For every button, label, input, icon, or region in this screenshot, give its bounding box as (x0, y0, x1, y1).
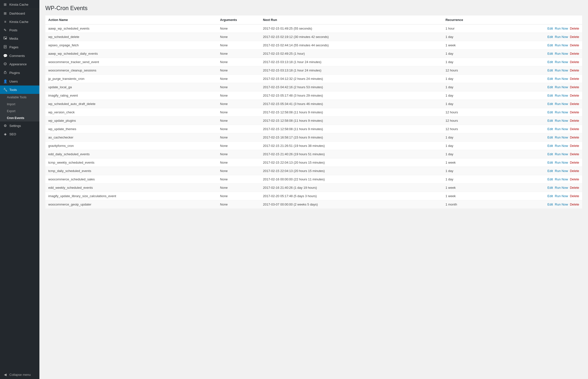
cell-recurrence: 1 hour (442, 24, 507, 33)
delete-link[interactable]: Delete (570, 52, 579, 55)
edit-link[interactable]: Edit (547, 60, 553, 64)
th-next-run: Next Run (260, 16, 443, 24)
delete-link[interactable]: Delete (570, 194, 579, 198)
sidebar-item-dashboard[interactable]: ⊞ Dashboard (0, 9, 39, 17)
cell-recurrence: 12 hours (442, 108, 507, 117)
delete-link[interactable]: Delete (570, 152, 579, 156)
edit-link[interactable]: Edit (547, 27, 553, 30)
delete-link[interactable]: Delete (570, 77, 579, 81)
delete-link[interactable]: Delete (570, 186, 579, 190)
delete-link[interactable]: Delete (570, 169, 579, 173)
cell-recurrence: 1 week (442, 41, 507, 50)
delete-link[interactable]: Delete (570, 203, 579, 206)
run-now-link[interactable]: Run Now (555, 127, 568, 131)
run-now-link[interactable]: Run Now (555, 161, 568, 164)
edit-link[interactable]: Edit (547, 119, 553, 122)
cell-recurrence: 1 month (442, 200, 507, 209)
edit-link[interactable]: Edit (547, 110, 553, 114)
sidebar-item-plugins[interactable]: Plugins (0, 69, 39, 77)
run-now-link[interactable]: Run Now (555, 77, 568, 81)
submenu-item-cron-events[interactable]: Cron Events (0, 115, 39, 121)
run-now-link[interactable]: Run Now (555, 69, 568, 72)
edit-link[interactable]: Edit (547, 144, 553, 148)
run-now-link[interactable]: Run Now (555, 94, 568, 97)
run-now-link[interactable]: Run Now (555, 52, 568, 55)
sidebar-item-kinsta-cache[interactable]: ≡ Kinsta Cache (0, 17, 39, 26)
cell-row-actions: Edit Run Now Delete (507, 66, 582, 75)
delete-link[interactable]: Delete (570, 60, 579, 64)
sidebar-item-label: Media (9, 37, 18, 40)
edit-link[interactable]: Edit (547, 186, 553, 190)
cell-action-name: woocommerce_cleanup_sessions (45, 66, 217, 75)
delete-link[interactable]: Delete (570, 127, 579, 131)
table-row: aawp_wp_scheduled_eventsNone2017-02-15 0… (45, 24, 582, 33)
run-now-link[interactable]: Run Now (555, 169, 568, 173)
edit-link[interactable]: Edit (547, 169, 553, 173)
delete-link[interactable]: Delete (570, 94, 579, 97)
sidebar-item-comments[interactable]: 💬 Comments (0, 52, 39, 60)
edit-link[interactable]: Edit (547, 69, 553, 72)
run-now-link[interactable]: Run Now (555, 102, 568, 106)
run-now-link[interactable]: Run Now (555, 60, 568, 64)
edit-link[interactable]: Edit (547, 203, 553, 206)
delete-link[interactable]: Delete (570, 85, 579, 89)
delete-link[interactable]: Delete (570, 119, 579, 122)
delete-link[interactable]: Delete (570, 144, 579, 148)
run-now-link[interactable]: Run Now (555, 177, 568, 181)
delete-link[interactable]: Delete (570, 102, 579, 106)
edit-link[interactable]: Edit (547, 177, 553, 181)
run-now-link[interactable]: Run Now (555, 35, 568, 39)
run-now-link[interactable]: Run Now (555, 144, 568, 148)
edit-link[interactable]: Edit (547, 136, 553, 139)
cell-next-run: 2017-02-15 16:58:17 (15 hours 9 minutes) (260, 133, 443, 142)
edit-link[interactable]: Edit (547, 77, 553, 81)
table-row: update_local_gaNone2017-02-15 04:42:16 (… (45, 83, 582, 91)
cell-row-actions: Edit Run Now Delete (507, 75, 582, 83)
delete-link[interactable]: Delete (570, 43, 579, 47)
run-now-link[interactable]: Run Now (555, 152, 568, 156)
delete-link[interactable]: Delete (570, 177, 579, 181)
run-now-link[interactable]: Run Now (555, 119, 568, 122)
cell-row-actions: Edit Run Now Delete (507, 142, 582, 150)
edit-link[interactable]: Edit (547, 35, 553, 39)
edit-link[interactable]: Edit (547, 52, 553, 55)
delete-link[interactable]: Delete (570, 69, 579, 72)
sidebar-item-pages[interactable]: Pages (0, 43, 39, 52)
delete-link[interactable]: Delete (570, 136, 579, 139)
edit-link[interactable]: Edit (547, 161, 553, 164)
sidebar-item-seo[interactable]: ◈ SEO (0, 130, 39, 138)
edit-link[interactable]: Edit (547, 94, 553, 97)
run-now-link[interactable]: Run Now (555, 136, 568, 139)
edit-link[interactable]: Edit (547, 127, 553, 131)
run-now-link[interactable]: Run Now (555, 194, 568, 198)
run-now-link[interactable]: Run Now (555, 110, 568, 114)
run-now-link[interactable]: Run Now (555, 203, 568, 206)
edit-link[interactable]: Edit (547, 43, 553, 47)
submenu-item-export[interactable]: Export (0, 108, 39, 115)
edit-link[interactable]: Edit (547, 152, 553, 156)
sidebar-item-settings[interactable]: ⚙ Settings (0, 121, 39, 130)
delete-link[interactable]: Delete (570, 27, 579, 30)
edit-link[interactable]: Edit (547, 194, 553, 198)
th-recurrence: Recurrence (442, 16, 507, 24)
sidebar-item-posts[interactable]: ✎ Posts (0, 26, 39, 34)
run-now-link[interactable]: Run Now (555, 43, 568, 47)
delete-link[interactable]: Delete (570, 161, 579, 164)
sidebar-item-label: Comments (9, 54, 25, 58)
edit-link[interactable]: Edit (547, 85, 553, 89)
sidebar-item-tools[interactable]: 🔧 Tools (0, 86, 39, 94)
submenu-item-import[interactable]: Import (0, 101, 39, 108)
cell-recurrence: 1 day (442, 175, 507, 184)
edit-link[interactable]: Edit (547, 102, 553, 106)
submenu-item-available-tools[interactable]: Available Tools (0, 94, 39, 101)
sidebar-item-users[interactable]: 👤 Users (0, 77, 39, 86)
sidebar-item-appearance[interactable]: Appearance (0, 60, 39, 69)
delete-link[interactable]: Delete (570, 110, 579, 114)
cell-arguments: None (217, 167, 260, 175)
run-now-link[interactable]: Run Now (555, 27, 568, 30)
run-now-link[interactable]: Run Now (555, 186, 568, 190)
collapse-menu-button[interactable]: ◀ Collapse menu (0, 370, 39, 379)
run-now-link[interactable]: Run Now (555, 85, 568, 89)
delete-link[interactable]: Delete (570, 35, 579, 39)
sidebar-item-media[interactable]: Media (0, 34, 39, 43)
